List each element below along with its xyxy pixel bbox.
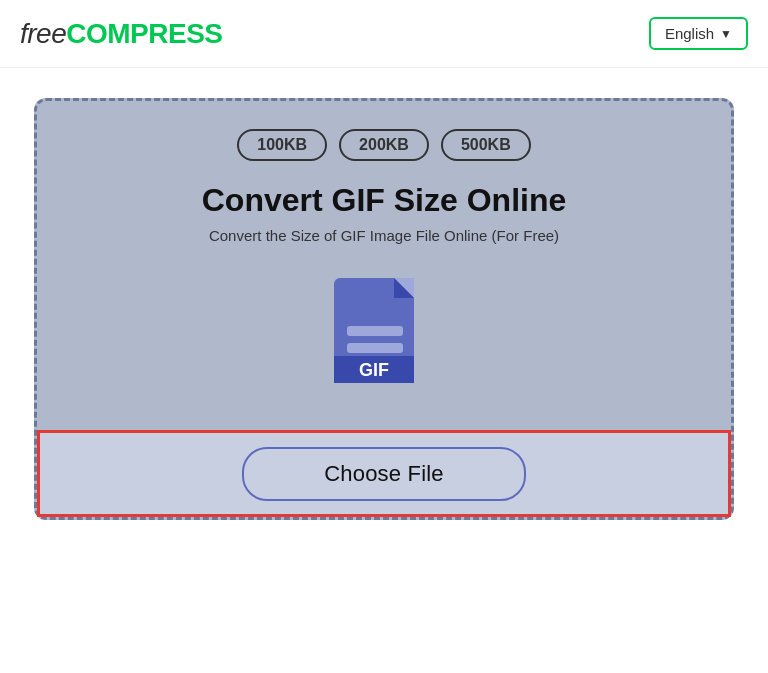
language-selector[interactable]: English ▼: [649, 17, 748, 50]
svg-text:GIF: GIF: [359, 360, 389, 380]
gif-file-icon: GIF: [329, 268, 439, 398]
choose-file-button[interactable]: Choose File: [242, 447, 526, 501]
size-badges-container: 100KB 200KB 500KB: [237, 129, 530, 161]
page-subtitle: Convert the Size of GIF Image File Onlin…: [209, 227, 559, 244]
header: freeCOMPRESS English ▼: [0, 0, 768, 68]
choose-file-area: Choose File: [37, 430, 731, 517]
upload-card: 100KB 200KB 500KB Convert GIF Size Onlin…: [34, 98, 734, 520]
page-title: Convert GIF Size Online: [202, 181, 567, 219]
svg-rect-3: [347, 326, 403, 336]
logo-compress-text: COMPRESS: [66, 18, 222, 50]
size-badge-100kb[interactable]: 100KB: [237, 129, 327, 161]
size-badge-200kb[interactable]: 200KB: [339, 129, 429, 161]
logo-free-text: free: [20, 18, 66, 50]
chevron-down-icon: ▼: [720, 27, 732, 41]
svg-rect-4: [347, 343, 403, 353]
main-content: 100KB 200KB 500KB Convert GIF Size Onlin…: [0, 68, 768, 550]
logo: freeCOMPRESS: [20, 18, 223, 50]
language-label: English: [665, 25, 714, 42]
gif-icon-wrapper: GIF: [329, 268, 439, 402]
size-badge-500kb[interactable]: 500KB: [441, 129, 531, 161]
